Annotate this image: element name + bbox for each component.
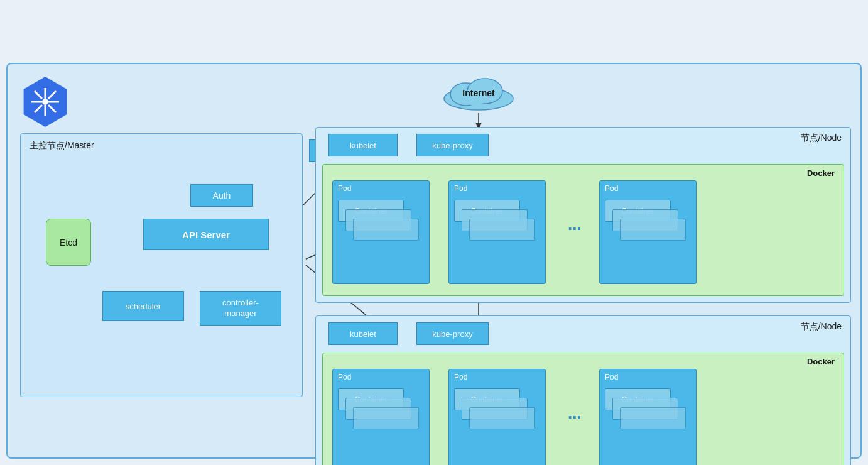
scheduler-label: scheduler [126, 302, 161, 311]
master-label: 主控节点/Master [30, 140, 94, 151]
svg-line-8 [35, 105, 42, 112]
dots-1: ... [568, 215, 582, 234]
pod2-node2: Pod Container [448, 369, 546, 465]
docker-label-1: Docker [807, 168, 835, 178]
controller-manager-box: controller-manager [200, 291, 281, 326]
node2-kube-proxy-label: kube-proxy [432, 329, 472, 339]
dots-2: ... [568, 403, 582, 423]
svg-point-0 [42, 99, 48, 105]
container-n2-3c [620, 407, 686, 429]
docker-label-2: Docker [807, 357, 835, 366]
pod2-node1-label: Pod [454, 184, 467, 193]
controller-manager-label: controller-manager [222, 298, 259, 319]
node-1-label: 节点/Node [801, 133, 842, 144]
pod3-node1: Pod Container [599, 180, 697, 284]
container-2c [469, 219, 535, 241]
pod3-node2: Pod Container [599, 369, 697, 465]
pod3-node1-label: Pod [605, 184, 618, 193]
node-2-label: 节点/Node [801, 321, 842, 332]
node-box-2: 节点/Node kubelet kube-proxy Docker Pod Co… [315, 315, 851, 465]
pod1-node2: Pod Container [332, 369, 430, 465]
api-server-label: API Server [182, 229, 230, 240]
node-box-1: 节点/Node kubelet kube-proxy Docker Pod Co… [315, 127, 851, 303]
svg-line-7 [48, 91, 56, 99]
svg-line-5 [35, 91, 42, 99]
pod1-node2-label: Pod [338, 373, 351, 381]
container-3c [620, 219, 686, 241]
node1-kubelet: kubelet [328, 134, 398, 156]
node1-kube-proxy: kube-proxy [416, 134, 489, 156]
pod1-node1: Pod Container [332, 180, 430, 284]
etcd-box: Etcd [46, 219, 91, 266]
node1-kube-proxy-label: kube-proxy [432, 141, 472, 150]
k8s-logo [20, 77, 70, 127]
pod3-node2-label: Pod [605, 373, 618, 381]
scheduler-box: scheduler [102, 291, 184, 321]
node1-kubelet-label: kubelet [350, 141, 376, 150]
container-1c [353, 219, 419, 241]
api-server-box: API Server [143, 219, 269, 250]
container-n2-1c [353, 407, 419, 429]
pod1-node1-label: Pod [338, 184, 351, 193]
node2-kubelet-label: kubelet [350, 329, 376, 339]
pod2-node1: Pod Container [448, 180, 546, 284]
node2-kubelet: kubelet [328, 322, 398, 345]
container-n2-2c [469, 407, 535, 429]
master-box: 主控节点/Master Etcd API Server Auth schedul… [20, 133, 303, 397]
docker-area-2: Docker Pod Container Pod Container ... P… [322, 353, 844, 465]
internet-section: Internet [441, 70, 516, 111]
pod2-node2-label: Pod [454, 373, 467, 381]
etcd-label: Etcd [60, 238, 77, 248]
node2-kube-proxy: kube-proxy [416, 322, 489, 345]
auth-box: Auth [190, 184, 253, 207]
auth-label: Auth [213, 190, 231, 200]
svg-line-6 [48, 105, 56, 112]
main-diagram: Internet [6, 63, 862, 459]
internet-label: Internet [441, 88, 516, 98]
docker-area-1: Docker Pod Container Pod Container ... P… [322, 164, 844, 296]
